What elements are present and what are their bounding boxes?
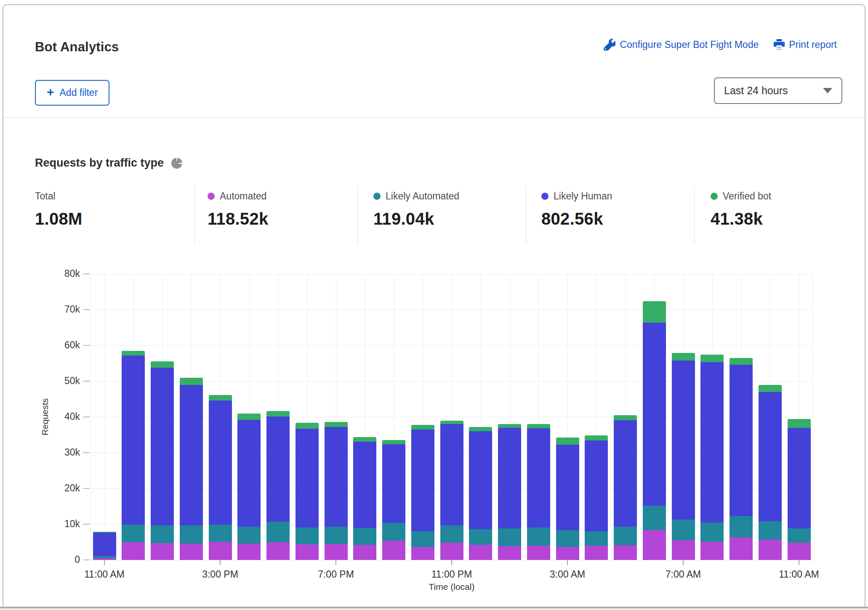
bar[interactable] (527, 424, 550, 560)
bar[interactable] (585, 435, 608, 560)
bar-segment-automated[interactable] (353, 545, 376, 560)
bar[interactable] (643, 301, 666, 560)
bar[interactable] (469, 427, 492, 560)
bar-segment-automated[interactable] (93, 558, 116, 560)
bar-segment-likely-human[interactable] (672, 361, 695, 520)
bar[interactable] (440, 421, 463, 560)
bar-segment-likely-automated[interactable] (700, 522, 724, 542)
bar-segment-verified-bot[interactable] (440, 421, 463, 424)
bar-segment-verified-bot[interactable] (759, 385, 782, 392)
bar-segment-verified-bot[interactable] (151, 361, 174, 367)
bar-segment-likely-automated[interactable] (527, 528, 550, 546)
bar-segment-likely-automated[interactable] (788, 528, 811, 543)
bar[interactable] (353, 437, 376, 560)
bar-segment-likely-automated[interactable] (672, 520, 695, 540)
bar-segment-automated[interactable] (614, 545, 637, 560)
bar[interactable] (93, 532, 116, 560)
bar-segment-likely-automated[interactable] (266, 522, 290, 542)
bar-segment-likely-automated[interactable] (440, 525, 463, 543)
bar-segment-automated[interactable] (266, 542, 290, 560)
bar[interactable] (730, 358, 753, 560)
bar[interactable] (788, 419, 811, 560)
bar[interactable] (151, 361, 174, 560)
bar-segment-verified-bot[interactable] (180, 378, 203, 385)
bar-segment-likely-human[interactable] (382, 444, 405, 523)
bar-segment-likely-automated[interactable] (730, 516, 753, 537)
bar[interactable] (122, 351, 145, 560)
bar-segment-likely-automated[interactable] (122, 525, 145, 542)
bar[interactable] (209, 395, 232, 560)
bar-segment-verified-bot[interactable] (730, 358, 753, 365)
bar[interactable] (672, 353, 695, 560)
add-filter-button[interactable]: + Add filter (35, 80, 109, 106)
bar-segment-verified-bot[interactable] (700, 355, 724, 362)
bar-segment-verified-bot[interactable] (296, 423, 319, 429)
bar-segment-verified-bot[interactable] (643, 301, 666, 323)
bar-segment-likely-human[interactable] (296, 429, 319, 528)
bar[interactable] (266, 411, 290, 560)
bar-segment-automated[interactable] (237, 544, 261, 560)
bar-segment-likely-human[interactable] (325, 427, 348, 527)
bar-segment-likely-human[interactable] (180, 385, 203, 525)
bar-segment-likely-human[interactable] (585, 440, 608, 531)
bar-segment-likely-automated[interactable] (180, 525, 203, 544)
bar-segment-likely-human[interactable] (556, 445, 579, 530)
bar[interactable] (498, 424, 521, 560)
bar-segment-likely-automated[interactable] (382, 523, 405, 541)
bar-segment-likely-automated[interactable] (759, 521, 782, 540)
bar-segment-verified-bot[interactable] (614, 415, 637, 420)
bar-segment-verified-bot[interactable] (672, 353, 695, 361)
bar-segment-likely-automated[interactable] (469, 529, 492, 545)
bar-segment-automated[interactable] (498, 546, 521, 560)
bar-segment-verified-bot[interactable] (325, 422, 348, 427)
bar-segment-verified-bot[interactable] (498, 424, 521, 428)
bar-segment-likely-human[interactable] (151, 368, 174, 526)
bar-segment-automated[interactable] (382, 541, 405, 560)
bar-segment-automated[interactable] (411, 547, 434, 560)
bar-segment-automated[interactable] (296, 544, 319, 560)
bar-segment-automated[interactable] (672, 540, 695, 560)
bar-segment-likely-automated[interactable] (237, 527, 261, 544)
bar-segment-verified-bot[interactable] (122, 351, 145, 355)
bar[interactable] (237, 414, 261, 560)
bar-segment-automated[interactable] (759, 540, 782, 560)
bar-segment-likely-human[interactable] (209, 400, 232, 525)
bar-segment-likely-automated[interactable] (209, 525, 232, 542)
bar-segment-likely-automated[interactable] (411, 531, 434, 547)
bar-segment-verified-bot[interactable] (469, 427, 492, 431)
bar-segment-likely-human[interactable] (469, 431, 492, 529)
bar-segment-likely-automated[interactable] (498, 528, 521, 546)
bar-segment-automated[interactable] (122, 542, 145, 560)
bar-segment-likely-human[interactable] (700, 362, 724, 522)
bar-segment-likely-human[interactable] (498, 428, 521, 528)
bar-segment-likely-automated[interactable] (325, 527, 348, 544)
bar-segment-automated[interactable] (469, 545, 492, 560)
bar[interactable] (382, 440, 405, 560)
bar-segment-automated[interactable] (556, 547, 579, 560)
bar-segment-likely-automated[interactable] (151, 525, 174, 543)
bar-segment-verified-bot[interactable] (382, 440, 405, 444)
bar[interactable] (325, 422, 348, 560)
bar[interactable] (700, 355, 724, 560)
bar-segment-likely-human[interactable] (614, 420, 637, 527)
bar-segment-automated[interactable] (730, 537, 753, 560)
bar-segment-verified-bot[interactable] (788, 419, 811, 428)
bar-segment-automated[interactable] (643, 530, 666, 560)
time-range-select[interactable]: Last 24 hours (714, 77, 842, 104)
bar-segment-automated[interactable] (440, 543, 463, 560)
bar-segment-automated[interactable] (788, 543, 811, 560)
bar-segment-verified-bot[interactable] (209, 395, 232, 400)
bar-segment-verified-bot[interactable] (411, 425, 434, 430)
bar-segment-automated[interactable] (700, 542, 724, 560)
bar-segment-likely-automated[interactable] (585, 531, 608, 546)
bar-segment-automated[interactable] (151, 543, 174, 560)
bar-segment-likely-human[interactable] (440, 424, 463, 525)
bar-segment-likely-human[interactable] (353, 442, 376, 528)
bar-segment-verified-bot[interactable] (237, 414, 261, 419)
bar-segment-likely-human[interactable] (93, 533, 116, 556)
bar-segment-likely-human[interactable] (759, 392, 782, 521)
bar-segment-verified-bot[interactable] (585, 435, 608, 440)
bar-segment-likely-human[interactable] (237, 420, 261, 527)
bar[interactable] (180, 378, 203, 560)
bar-segment-likely-human[interactable] (122, 355, 145, 525)
